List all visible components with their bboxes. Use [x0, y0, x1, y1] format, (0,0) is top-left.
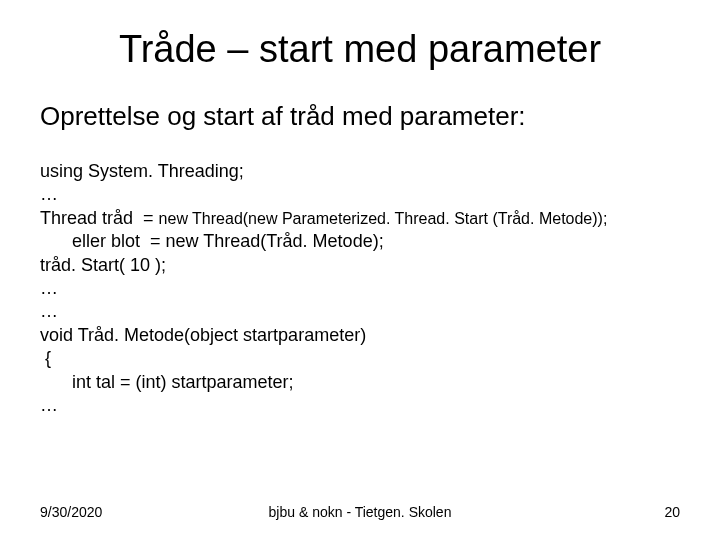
footer-page: 20 — [664, 504, 680, 520]
code-line: … — [40, 183, 680, 206]
code-line: Thread tråd = new Thread(new Parameteriz… — [40, 207, 680, 230]
code-line: tråd. Start( 10 ); — [40, 254, 680, 277]
code-line: eller blot = new Thread(Tråd. Metode); — [40, 230, 680, 253]
code-line: { — [40, 347, 680, 370]
code-line: void Tråd. Metode(object startparameter) — [40, 324, 680, 347]
footer-date: 9/30/2020 — [40, 504, 102, 520]
footer-center: bjbu & nokn - Tietgen. Skolen — [269, 504, 452, 520]
page-subtitle: Oprettelse og start af tråd med paramete… — [40, 101, 680, 132]
code-text: Thread tråd = — [40, 208, 159, 228]
code-block: using System. Threading; … Thread tråd =… — [40, 160, 680, 417]
code-text: new Thread(new Parameterized. Thread. St… — [159, 210, 608, 227]
footer: 9/30/2020 bjbu & nokn - Tietgen. Skolen … — [40, 504, 680, 520]
code-line: … — [40, 300, 680, 323]
code-line: int tal = (int) startparameter; — [40, 371, 680, 394]
code-line: using System. Threading; — [40, 160, 680, 183]
slide: Tråde – start med parameter Oprettelse o… — [0, 0, 720, 540]
code-line: … — [40, 394, 680, 417]
page-title: Tråde – start med parameter — [40, 28, 680, 71]
code-line: … — [40, 277, 680, 300]
